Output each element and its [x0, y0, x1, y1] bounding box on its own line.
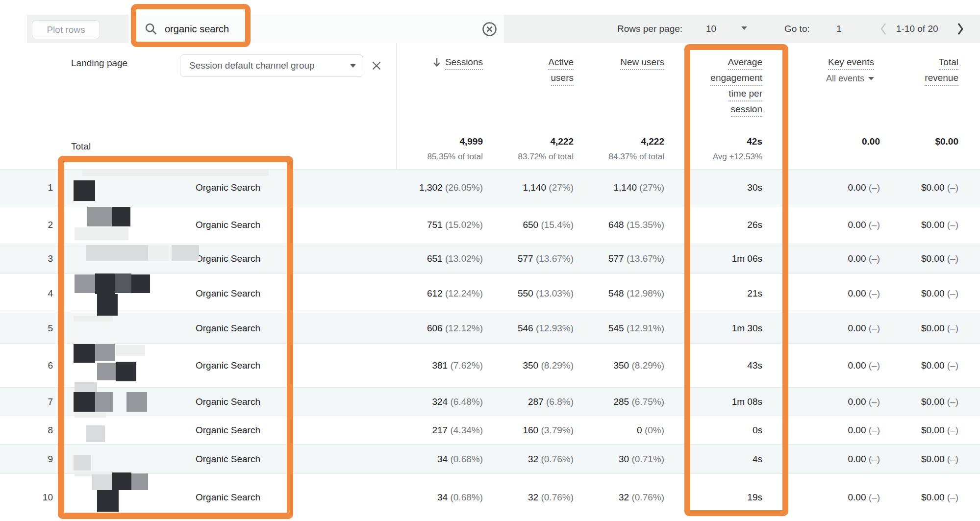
sessions-cell: 34 (0.68%) — [437, 454, 483, 465]
new-users-cell: 30 (0.71%) — [619, 454, 664, 465]
key-events-filter-value: All events — [826, 74, 864, 84]
revenue-cell: $0.00 (–) — [921, 253, 958, 264]
column-header-label: Active — [548, 57, 574, 70]
key-events-cell: 0.00 (–) — [848, 288, 880, 299]
sessions-cell: 606 (12.12%) — [427, 323, 483, 334]
active-users-cell: 350 (8.29%) — [523, 360, 574, 371]
column-header-avg-engagement-time[interactable]: Average engagement time per session — [710, 57, 762, 120]
column-header-sessions[interactable]: Sessions — [432, 57, 483, 73]
rows-per-page-value[interactable]: 10 — [706, 15, 716, 43]
sessions-cell: 217 (4.34%) — [432, 425, 483, 436]
revenue-cell: $0.00 (–) — [921, 182, 958, 193]
engagement-cell: 1m 30s — [732, 323, 762, 334]
row-index: 8 — [29, 425, 53, 436]
column-header-label: Key events — [828, 57, 874, 70]
key-events-filter-dropdown[interactable]: All events — [826, 74, 874, 84]
totals-row: Total 4,999 85.35% of total 4,222 83.72%… — [0, 131, 980, 169]
column-header-active-users[interactable]: Active users — [548, 57, 574, 88]
channel-cell: Organic Search — [188, 288, 268, 299]
channel-cell: Organic Search — [188, 360, 268, 371]
sessions-cell: 34 (0.68%) — [437, 492, 483, 503]
totals-engagement-sub: Avg +12.53% — [713, 152, 762, 162]
sessions-cell: 381 (7.62%) — [432, 360, 483, 371]
goto-input[interactable]: 1 — [836, 15, 842, 43]
row-index: 10 — [29, 492, 53, 503]
search-icon — [144, 22, 158, 38]
key-events-cell: 0.00 (–) — [848, 360, 880, 371]
totals-sessions: 4,999 — [459, 136, 483, 147]
new-users-cell: 0 (0%) — [637, 425, 664, 436]
new-users-cell: 648 (15.35%) — [608, 220, 664, 230]
row-index: 2 — [29, 220, 53, 230]
table-row: 1Organic Search1,302 (26.05%)1,140 (27%)… — [0, 169, 980, 206]
revenue-cell: $0.00 (–) — [921, 454, 958, 465]
revenue-cell: $0.00 (–) — [921, 360, 958, 371]
row-index: 5 — [29, 323, 53, 334]
active-users-cell: 1,140 (27%) — [523, 182, 574, 193]
active-users-cell: 546 (12.93%) — [518, 323, 574, 334]
totals-engagement: 42s — [747, 136, 762, 147]
previous-page-icon[interactable] — [879, 22, 888, 36]
analytics-report-page: Plot rows organic search Rows per page: … — [0, 0, 980, 521]
revenue-cell: $0.00 (–) — [921, 492, 958, 503]
next-page-icon[interactable] — [956, 22, 965, 36]
totals-active-users-sub: 83.72% of total — [518, 152, 574, 162]
revenue-cell: $0.00 (–) — [921, 425, 958, 436]
active-users-cell: 160 (3.79%) — [523, 425, 574, 436]
row-index: 6 — [29, 360, 53, 371]
key-events-cell: 0.00 (–) — [848, 397, 880, 407]
revenue-cell: $0.00 (–) — [921, 288, 958, 299]
column-header-label: engagement — [710, 73, 762, 86]
totals-key-events: 0.00 — [862, 136, 880, 147]
plot-rows-button[interactable]: Plot rows — [32, 20, 100, 39]
sessions-cell: 1,302 (26.05%) — [419, 182, 483, 193]
column-header-label: time per — [729, 88, 762, 101]
table-row: 4Organic Search612 (12.24%)550 (13.03%)5… — [0, 273, 980, 313]
new-users-cell: 32 (0.76%) — [619, 492, 664, 503]
table-row: 2Organic Search751 (15.02%)650 (15.4%)64… — [0, 206, 980, 244]
sessions-cell: 324 (6.48%) — [432, 397, 483, 407]
active-users-cell: 32 (0.76%) — [528, 492, 574, 503]
table-body: 1Organic Search1,302 (26.05%)1,140 (27%)… — [0, 169, 980, 521]
totals-new-users-sub: 84.37% of total — [609, 152, 664, 162]
engagement-cell: 21s — [747, 288, 762, 299]
rows-per-page-caret-icon[interactable] — [741, 26, 747, 30]
column-header-label: Average — [728, 57, 762, 70]
rows-per-page-label: Rows per page: — [617, 15, 682, 43]
sessions-cell: 612 (12.24%) — [427, 288, 483, 299]
key-events-cell: 0.00 (–) — [848, 323, 880, 334]
table-row: 7Organic Search324 (6.48%)287 (6.8%)285 … — [0, 387, 980, 416]
dimension-header-landing-page[interactable]: Landing page — [71, 58, 127, 69]
column-header-new-users[interactable]: New users — [620, 57, 664, 73]
table-row: 9Organic Search34 (0.68%)32 (0.76%)30 (0… — [0, 444, 980, 473]
column-header-label: New users — [620, 57, 664, 70]
secondary-dimension-dropdown[interactable]: Session default channel group — [180, 54, 363, 77]
row-index: 1 — [29, 182, 53, 193]
column-header-total-revenue[interactable]: Total revenue — [925, 57, 958, 88]
channel-cell: Organic Search — [188, 425, 268, 436]
engagement-cell: 19s — [747, 492, 762, 503]
column-header-key-events[interactable]: Key events All events — [826, 57, 874, 84]
new-users-cell: 545 (12.91%) — [608, 323, 664, 334]
revenue-cell: $0.00 (–) — [921, 397, 958, 407]
remove-secondary-dimension-icon[interactable] — [370, 59, 383, 72]
active-users-cell: 287 (6.8%) — [528, 397, 574, 407]
engagement-cell: 43s — [747, 360, 762, 371]
row-index: 9 — [29, 454, 53, 465]
engagement-cell: 26s — [747, 220, 762, 230]
row-index: 4 — [29, 288, 53, 299]
active-users-cell: 550 (13.03%) — [518, 288, 574, 299]
engagement-cell: 1m 06s — [732, 253, 762, 264]
sort-descending-icon — [432, 58, 441, 70]
revenue-cell: $0.00 (–) — [921, 323, 958, 334]
totals-revenue: $0.00 — [935, 136, 958, 147]
new-users-cell: 350 (8.29%) — [613, 360, 664, 371]
secondary-dimension-value: Session default channel group — [189, 60, 350, 71]
key-events-cell: 0.00 (–) — [848, 425, 880, 436]
engagement-cell: 0s — [753, 425, 762, 436]
clear-search-icon[interactable] — [481, 21, 498, 37]
table-row: 6Organic Search381 (7.62%)350 (8.29%)350… — [0, 343, 980, 387]
page-range: 1-10 of 20 — [896, 15, 938, 43]
column-header-label: Sessions — [445, 57, 483, 70]
channel-cell: Organic Search — [188, 220, 268, 230]
